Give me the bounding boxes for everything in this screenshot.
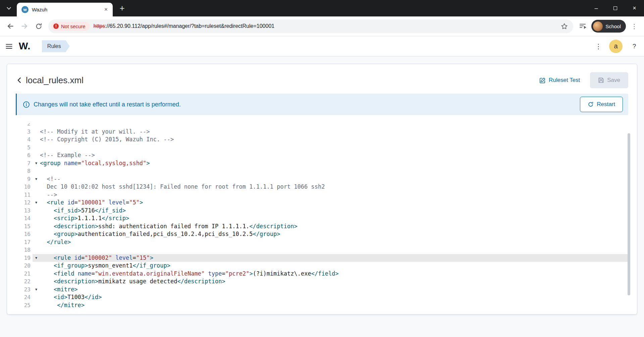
fold-marker-icon[interactable]: ▾ [33, 286, 40, 294]
fold-gutter-spacer [33, 123, 40, 128]
wazuh-app-header: W. Rules ⋮ a ? [0, 36, 644, 56]
editor-scrollbar[interactable] [628, 130, 630, 306]
media-controls-button[interactable] [577, 20, 589, 32]
fold-gutter-spacer [33, 230, 40, 238]
forward-button[interactable] [18, 20, 31, 33]
fold-marker-icon[interactable]: ▾ [33, 199, 40, 207]
line-number: 2 [16, 123, 33, 128]
line-number: 12 [16, 199, 33, 207]
back-to-rules-button[interactable] [16, 77, 23, 84]
line-number: 10 [16, 183, 33, 191]
code-line[interactable]: 10 Dec 10 01:02:02 host sshd[1234]: Fail… [16, 183, 630, 191]
code-text: Dec 10 01:02:02 host sshd[1234]: Failed … [40, 183, 630, 191]
fold-gutter-spacer [33, 207, 40, 215]
reload-button[interactable] [32, 20, 45, 33]
line-number: 17 [16, 238, 33, 246]
code-text: <srcip>1.1.1.1</srcip> [40, 214, 630, 223]
sidebar-menu-button[interactable] [5, 43, 13, 50]
code-line[interactable]: 25 </mitre> [16, 301, 630, 308]
line-number: 3 [16, 128, 33, 136]
code-text: <id>T1003</id> [40, 293, 630, 301]
code-line[interactable]: 5 [16, 144, 630, 152]
url-rest: ://65.20.90.112/app/rules#/manager/?tab=… [105, 23, 274, 29]
code-text: <field name="win.eventdata.originalFileN… [40, 270, 630, 278]
code-text [40, 123, 630, 128]
code-line[interactable]: 11 --> [16, 191, 630, 199]
code-text [40, 167, 630, 175]
code-line[interactable]: 15 <description>sshd: authentication fai… [16, 223, 630, 231]
code-line[interactable]: 9▾ <!-- [16, 175, 630, 183]
fold-marker-icon[interactable]: ▾ [33, 254, 40, 262]
user-avatar[interactable]: a [609, 40, 623, 53]
xml-code-editor[interactable]: 23<!-- Modify it at your will. -->4<!-- … [16, 123, 630, 308]
tab-search-button[interactable] [3, 3, 14, 14]
profile-name: School [605, 23, 621, 29]
line-number: 5 [16, 144, 33, 152]
code-text: <group>authentication_failed,pci_dss_10.… [40, 230, 630, 238]
browser-menu-button[interactable]: ⋮ [629, 22, 640, 30]
maximize-icon [613, 6, 617, 10]
code-line[interactable]: 4<!-- Copyright (C) 2015, Wazuh Inc. --> [16, 136, 630, 144]
header-options-button[interactable]: ⋮ [595, 42, 602, 50]
line-number: 15 [16, 223, 33, 231]
line-number: 6 [16, 151, 33, 159]
back-button[interactable] [4, 20, 17, 33]
ruleset-test-button[interactable]: Ruleset Test [539, 77, 580, 84]
close-window-button[interactable]: × [625, 0, 644, 16]
code-line[interactable]: 14 <srcip>1.1.1.1</srcip> [16, 214, 630, 223]
code-line[interactable]: 19▾ <rule id="100002" level="15"> [16, 254, 630, 262]
editor-scrollbar-thumb[interactable] [628, 133, 630, 295]
code-text: <!-- [40, 175, 630, 183]
browser-profile-button[interactable]: School [591, 20, 626, 33]
code-line[interactable]: 24 <id>T1003</id> [16, 293, 630, 301]
save-label: Save [607, 77, 620, 84]
fold-gutter-spacer [33, 214, 40, 223]
fold-gutter-spacer [33, 238, 40, 246]
code-line[interactable]: 2 [16, 123, 630, 128]
fold-gutter-spacer [33, 167, 40, 175]
code-line[interactable]: 23▾ <mitre> [16, 286, 630, 294]
bookmark-button[interactable] [561, 23, 568, 30]
code-line[interactable]: 3<!-- Modify it at your will. --> [16, 128, 630, 136]
not-secure-warning-icon: ! [53, 23, 59, 29]
breadcrumb-rules[interactable]: Rules [42, 40, 70, 52]
maximize-button[interactable] [606, 0, 625, 16]
help-button[interactable]: ? [630, 43, 639, 50]
code-line[interactable]: 12▾ <rule id="100001" level="5"> [16, 199, 630, 207]
new-tab-button[interactable]: + [116, 2, 128, 14]
file-editor-card: local_rules.xml Ruleset Test Save Change… [7, 64, 637, 315]
code-line[interactable]: 6<!-- Example --> [16, 151, 630, 159]
line-number: 21 [16, 270, 33, 278]
code-line[interactable]: 20 <if_group>sysmon_event1</if_group> [16, 262, 630, 270]
code-line[interactable]: 16 <group>authentication_failed,pci_dss_… [16, 230, 630, 238]
save-button[interactable]: Save [590, 72, 628, 88]
address-bar[interactable]: ! Not secure https://65.20.90.112/app/ru… [48, 19, 573, 33]
fold-marker-icon[interactable]: ▾ [33, 175, 40, 183]
browser-titlebar: w Wazuh × + – × [0, 0, 644, 16]
code-text: <!-- Copyright (C) 2015, Wazuh Inc. --> [40, 136, 630, 144]
browser-tab-wazuh[interactable]: w Wazuh × [17, 3, 113, 16]
fold-gutter-spacer [33, 128, 40, 136]
code-line[interactable]: 21 <field name="win.eventdata.originalFi… [16, 270, 630, 278]
code-line[interactable]: 13 <if_sid>5716</if_sid> [16, 207, 630, 215]
code-line[interactable]: 17 </rule> [16, 238, 630, 246]
tab-title: Wazuh [32, 7, 99, 12]
code-text: <rule id="100002" level="15"> [40, 254, 630, 262]
url-text[interactable]: https://65.20.90.112/app/rules#/manager/… [94, 23, 275, 29]
security-status-chip[interactable]: ! Not secure [51, 22, 90, 31]
line-number: 9 [16, 175, 33, 183]
fold-marker-icon[interactable]: ▾ [33, 159, 40, 167]
code-line[interactable]: 22 <description>mimikatz usage detected<… [16, 278, 630, 286]
page-title: local_rules.xml [26, 75, 84, 86]
code-text: <group name="local,syslog,sshd"> [40, 159, 630, 167]
fold-gutter-spacer [33, 136, 40, 144]
wazuh-logo[interactable]: W. [19, 41, 31, 52]
code-line[interactable]: 7▾<group name="local,syslog,sshd"> [16, 159, 630, 167]
code-line[interactable]: 18 [16, 246, 630, 254]
security-status-label: Not secure [61, 23, 86, 29]
code-line[interactable]: 8 [16, 167, 630, 175]
minimize-button[interactable]: – [587, 0, 606, 16]
tab-close-icon[interactable]: × [102, 6, 110, 14]
restart-button[interactable]: Restart [580, 97, 623, 112]
line-number: 25 [16, 301, 33, 308]
